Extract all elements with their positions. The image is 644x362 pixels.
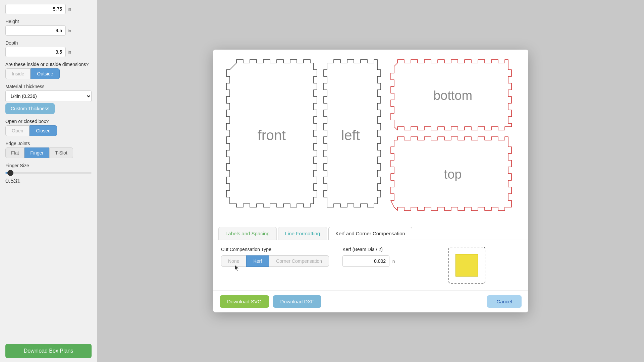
tab-kerf-corner[interactable]: Kerf and Corner Compensation: [328, 227, 412, 240]
dimensions-type-group: Are these inside or outside dimensions? …: [5, 62, 92, 79]
tab-labels-spacing[interactable]: Labels and Spacing: [218, 227, 277, 240]
edge-joints-label: Edge Joints: [5, 141, 92, 146]
depth-unit: in: [68, 50, 71, 55]
custom-thickness-button[interactable]: Custom Thickness: [5, 103, 55, 114]
box-preview-area: front left bottom top: [213, 50, 528, 224]
download-dxf-button[interactable]: Download DXF: [273, 295, 322, 308]
cut-compensation-group: Cut Compensation Type None Kerf Corner C…: [221, 247, 329, 267]
finger-size-group: Finger Size 0.531: [5, 163, 92, 185]
slider-thumb[interactable]: [7, 170, 13, 176]
kerf-inner-square: [455, 254, 478, 277]
edge-joints-toggle: Flat Finger T-Slot: [5, 147, 92, 158]
corner-compensation-button[interactable]: Corner Compensation: [269, 255, 329, 267]
height-input[interactable]: 9.5: [5, 25, 66, 36]
top-label: top: [444, 167, 462, 181]
sidebar: 5.75 in Height 9.5 in Depth 3.5 in Are t…: [0, 0, 97, 362]
front-panel: front: [226, 60, 320, 214]
flat-button[interactable]: Flat: [5, 147, 24, 158]
depth-field-group: Depth 3.5 in: [5, 40, 92, 57]
compensation-section: Cut Compensation Type None Kerf Corner C…: [221, 247, 520, 284]
height-unit: in: [68, 28, 71, 33]
width-field-group: 5.75 in: [5, 4, 92, 14]
open-closed-label: Open or closed box?: [5, 119, 92, 124]
depth-label: Depth: [5, 40, 92, 46]
tab-line-formatting[interactable]: Line Formatting: [278, 227, 327, 240]
kerf-value-group: Kerf (Beam Dia / 2) in: [342, 247, 395, 267]
height-label: Height: [5, 19, 92, 24]
modal-footer: Download SVG Download DXF Cancel: [213, 290, 528, 312]
open-button[interactable]: Open: [5, 125, 30, 136]
finger-size-label: Finger Size: [5, 163, 92, 168]
front-label: front: [258, 127, 286, 143]
bottom-label: bottom: [433, 88, 472, 103]
finger-size-slider-track[interactable]: [5, 172, 92, 174]
material-thickness-label: Material Thickness: [5, 84, 92, 89]
width-unit: in: [68, 7, 71, 12]
kerf-icon: [448, 247, 485, 284]
inside-button[interactable]: Inside: [5, 68, 31, 79]
left-panel: left: [324, 60, 381, 207]
finger-size-value: 0.531: [5, 178, 92, 185]
depth-input[interactable]: 3.5: [5, 47, 66, 57]
material-thickness-select[interactable]: 1/4in (0.236): [5, 90, 92, 102]
left-label: left: [341, 127, 360, 143]
none-button[interactable]: None: [221, 255, 246, 267]
dimensions-label: Are these inside or outside dimensions?: [5, 62, 92, 67]
material-thickness-group: Material Thickness 1/4in (0.236) Custom …: [5, 84, 92, 114]
kerf-value-input[interactable]: [342, 255, 389, 267]
kerf-beam-label: Kerf (Beam Dia / 2): [342, 247, 395, 252]
open-closed-toggle: Open Closed: [5, 125, 92, 136]
open-closed-group: Open or closed box? Open Closed: [5, 119, 92, 136]
cancel-button[interactable]: Cancel: [487, 295, 522, 308]
closed-button[interactable]: Closed: [30, 125, 57, 136]
compensation-buttons: None Kerf Corner Compensation: [221, 255, 329, 267]
right-panels: bottom top: [391, 60, 512, 210]
tslot-button[interactable]: T-Slot: [49, 147, 73, 158]
height-field-group: Height 9.5 in: [5, 19, 92, 36]
main-content: front left bottom top: [97, 0, 644, 362]
kerf-button[interactable]: Kerf: [246, 255, 269, 267]
modal-dialog: front left bottom top: [213, 50, 528, 312]
kerf-unit-label: in: [391, 259, 395, 264]
kerf-input-row: in: [342, 255, 395, 267]
edge-joints-group: Edge Joints Flat Finger T-Slot: [5, 141, 92, 158]
download-svg-button[interactable]: Download SVG: [220, 295, 269, 308]
box-preview-svg: front left bottom top: [223, 56, 518, 221]
cut-compensation-label: Cut Compensation Type: [221, 247, 329, 252]
tabs-bar: Labels and Spacing Line Formatting Kerf …: [213, 224, 528, 240]
width-input[interactable]: 5.75: [5, 4, 66, 14]
inside-outside-toggle: Inside Outside: [5, 68, 92, 79]
outside-button[interactable]: Outside: [31, 68, 59, 79]
tab-content-kerf: Cut Compensation Type None Kerf Corner C…: [213, 240, 528, 290]
finger-button[interactable]: Finger: [24, 147, 49, 158]
download-box-plans-button[interactable]: Download Box Plans: [5, 344, 92, 358]
